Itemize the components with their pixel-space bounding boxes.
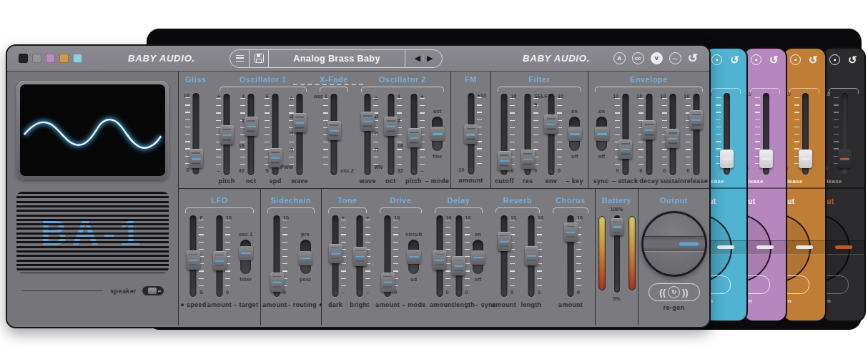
fm-amount-slider-thumb[interactable]: [464, 124, 478, 144]
reverb-length-slider[interactable]: [528, 215, 535, 297]
dot-circle-icon[interactable]: [711, 54, 722, 65]
osc2-mode-toggle-thumb[interactable]: [430, 127, 445, 141]
release-slider-thumb[interactable]: [720, 150, 734, 168]
filter-res-slider-thumb[interactable]: [521, 150, 535, 169]
xfade-mix-slider-thumb[interactable]: [327, 121, 341, 140]
undo-icon[interactable]: ↺: [809, 55, 818, 64]
drive-mode-toggle[interactable]: [408, 240, 419, 274]
osc2-oct-slider-thumb[interactable]: [384, 117, 398, 136]
regen-button[interactable]: [823, 275, 849, 294]
filter-env-slider-thumb[interactable]: [544, 114, 558, 134]
voice-mode-icon[interactable]: V: [651, 52, 663, 64]
release-slider[interactable]: [802, 93, 809, 175]
filter-cutoff-slider[interactable]: [501, 94, 508, 175]
env-attack-slider[interactable]: [622, 94, 628, 175]
xfade-mix-slider[interactable]: [331, 94, 337, 175]
drive-mode-toggle-thumb[interactable]: [407, 250, 421, 264]
osc2-wave-slider-thumb[interactable]: [361, 112, 375, 131]
theme-swatch-gray[interactable]: [32, 54, 41, 63]
lfo-amount-slider[interactable]: [217, 215, 223, 297]
authorization-icon[interactable]: A: [613, 52, 626, 64]
regen-button[interactable]: ((↻)): [648, 283, 700, 301]
filter-key-toggle[interactable]: [569, 117, 580, 151]
osc2-wave-slider[interactable]: [365, 94, 371, 175]
undo-icon[interactable]: ↺: [730, 55, 739, 64]
delay-amount-slider[interactable]: [436, 215, 443, 297]
tone-dark-slider[interactable]: [332, 215, 339, 297]
cc-map-icon[interactable]: cc: [632, 52, 644, 64]
preset-menu-button[interactable]: [230, 50, 250, 67]
regen-button[interactable]: [744, 275, 770, 294]
reverb-amount-slider-thumb[interactable]: [498, 232, 511, 251]
osc1-oct-slider[interactable]: [248, 94, 255, 175]
osc1-wave-slider[interactable]: [297, 94, 303, 175]
env-release-slider[interactable]: [693, 94, 699, 175]
theme-swatch-teal[interactable]: [73, 54, 82, 63]
theme-swatch-orange[interactable]: [59, 54, 69, 63]
fm-amount-slider[interactable]: [468, 93, 474, 175]
battery-slider-thumb[interactable]: [611, 218, 623, 235]
tone-bright-slider[interactable]: [357, 215, 363, 297]
theme-window-purple[interactable]: ↺100sustainreleaseOutputre-gen: [744, 49, 786, 321]
env-sustain-slider[interactable]: [669, 94, 676, 175]
delay-amount-slider-thumb[interactable]: [433, 250, 446, 270]
chorus-amount-slider[interactable]: [568, 215, 574, 297]
lfo-speed-slider[interactable]: [190, 215, 197, 297]
osc1-pitch-slider[interactable]: [224, 94, 230, 175]
env-sync-toggle-thumb[interactable]: [595, 127, 609, 141]
sc-amount-slider-thumb[interactable]: [270, 273, 284, 292]
env-sync-toggle[interactable]: [596, 117, 607, 151]
theme-window-dark[interactable]: ↺100sustainreleaseOutputre-gen: [823, 49, 864, 321]
osc2-oct-slider[interactable]: [388, 94, 394, 175]
lfo-target-toggle-thumb[interactable]: [239, 246, 253, 260]
release-slider-thumb[interactable]: [799, 150, 812, 168]
drive-amount-slider-thumb[interactable]: [381, 273, 395, 292]
filter-cutoff-slider-thumb[interactable]: [498, 151, 511, 170]
release-slider[interactable]: [763, 93, 769, 175]
delay-length-slider-thumb[interactable]: [452, 256, 465, 275]
release-slider-thumb[interactable]: [759, 150, 773, 168]
tone-dark-slider-thumb[interactable]: [329, 244, 342, 263]
undo-icon[interactable]: ↺: [769, 55, 779, 64]
speaker-toggle-thumb[interactable]: [148, 288, 157, 294]
reverb-length-slider-thumb[interactable]: [525, 246, 538, 265]
release-slider[interactable]: [842, 93, 848, 175]
env-release-slider-thumb[interactable]: [689, 110, 703, 129]
more-options-icon[interactable]: •••: [669, 52, 681, 64]
undo-icon[interactable]: ↺: [688, 52, 698, 64]
battery-slider[interactable]: [609, 213, 625, 293]
tone-bright-slider-thumb[interactable]: [353, 247, 367, 266]
sc-amount-slider[interactable]: [274, 215, 280, 297]
regen-button[interactable]: [784, 275, 809, 294]
output-knob[interactable]: [641, 211, 707, 277]
osc1-oct-slider-thumb[interactable]: [245, 117, 258, 136]
filter-key-toggle-thumb[interactable]: [568, 127, 582, 141]
release-slider[interactable]: [724, 93, 730, 175]
osc2-pitch-slider-thumb[interactable]: [408, 128, 421, 147]
lfo-target-toggle[interactable]: [240, 240, 251, 274]
delay-length-slider[interactable]: [455, 215, 462, 297]
osc1-pitch-slider-thumb[interactable]: [220, 125, 234, 145]
speaker-toggle[interactable]: [142, 286, 164, 295]
dot-circle-icon[interactable]: [829, 54, 840, 65]
filter-res-slider[interactable]: [525, 94, 531, 175]
preset-save-button[interactable]: [250, 50, 269, 67]
drive-amount-slider[interactable]: [385, 215, 391, 297]
delay-sync-toggle-thumb[interactable]: [471, 250, 485, 265]
release-slider-thumb[interactable]: [838, 150, 852, 168]
undo-icon[interactable]: ↺: [848, 55, 857, 64]
delay-sync-toggle[interactable]: [473, 240, 483, 274]
lfo-speed-slider-thumb[interactable]: [187, 250, 200, 270]
previous-preset-button[interactable]: ◀: [415, 54, 420, 62]
dot-circle-icon[interactable]: [790, 54, 801, 65]
gliss-amount-slider-thumb[interactable]: [189, 149, 203, 168]
sc-routing-toggle[interactable]: [300, 240, 311, 274]
lfo-amount-slider-thumb[interactable]: [213, 251, 227, 270]
osc2-pitch-slider[interactable]: [411, 94, 418, 175]
osc2-mode-toggle[interactable]: [432, 117, 443, 151]
theme-swatch-black[interactable]: [19, 54, 28, 63]
env-sustain-slider-thumb[interactable]: [666, 129, 679, 148]
next-preset-button[interactable]: ▶: [427, 54, 433, 62]
sc-routing-toggle-thumb[interactable]: [298, 251, 312, 265]
filter-env-slider[interactable]: [548, 94, 554, 175]
